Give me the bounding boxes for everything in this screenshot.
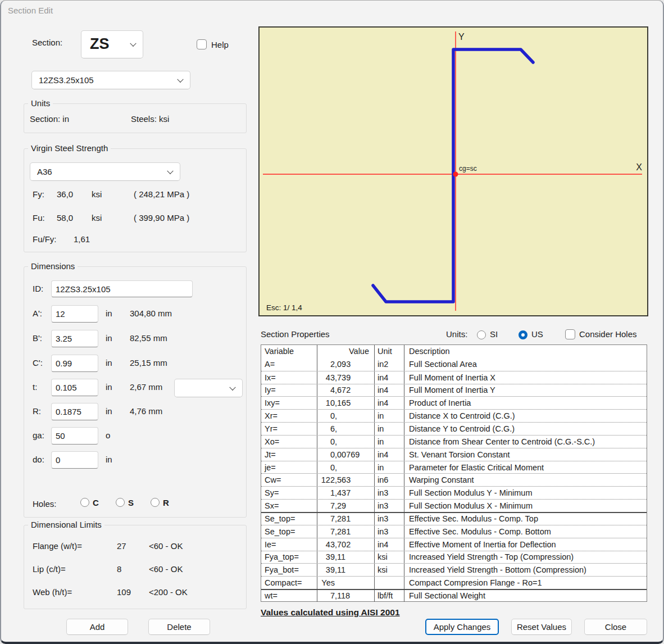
dimension-input[interactable] [51, 330, 98, 347]
cell-description: Distance X to Centroid (C.G.) [404, 410, 647, 422]
section-name-dropdown[interactable]: 12ZS3.25x105 [31, 71, 190, 89]
value-integer-part: 43 [320, 373, 335, 382]
cell-variable: wt= [261, 590, 317, 602]
cell-unit: in [375, 410, 404, 422]
cell-unit: in6 [375, 474, 404, 486]
cell-value: 0,00769 [317, 448, 375, 461]
cell-description: Full Section Modulus Y - Minimum [404, 487, 647, 499]
dimension-input[interactable] [51, 379, 98, 396]
value-integer-part: 4 [320, 386, 335, 394]
dimension-input[interactable] [51, 403, 98, 420]
value-integer-part: 122 [320, 475, 335, 484]
dimensions-group: Dimensions ID: Holes: A':in304,80 mmB':i… [24, 266, 247, 518]
table-row: Cw=122,563in6Warping Constant [261, 473, 647, 486]
add-button[interactable]: Add [66, 619, 128, 635]
holes-r-radio[interactable] [151, 498, 160, 507]
reset-values-button[interactable]: Reset Values [511, 619, 572, 635]
cell-description: Warping Constant [404, 474, 647, 486]
steel-row-value: 58,0 [57, 213, 73, 223]
cell-unit: ksi [375, 551, 404, 564]
cell-description: Full Moment of Inertia Y [404, 384, 647, 397]
x-axis-label: X [636, 162, 642, 172]
consider-holes-label: Consider Holes [579, 329, 637, 339]
cell-unit: in [375, 461, 404, 474]
cell-description: Full Sectional Area [404, 358, 647, 371]
section-type-dropdown[interactable]: ZS [81, 30, 143, 58]
dimension-label: R: [33, 406, 41, 416]
units-us-radio[interactable] [519, 330, 527, 339]
steel-group-title: Virgin Steel Strength [28, 143, 111, 153]
value-fraction-part: ,118 [335, 591, 350, 600]
dimension-unit: o [106, 430, 110, 440]
limit-label: Lip (c/t)= [33, 564, 66, 574]
dimension-metric: 304,80 mm [130, 309, 172, 318]
steel-strength-group: Virgin Steel Strength A36 Fu/Fy: 1,61 Fy… [24, 148, 247, 252]
units-us-label: US [531, 329, 543, 339]
dimension-input[interactable] [51, 305, 98, 323]
dimension-unit: in [106, 309, 112, 318]
cell-description: Effective Sec. Modulus - Comp. Top [404, 513, 647, 525]
value-fraction-part: ,281 [335, 527, 351, 536]
steel-grade-dropdown[interactable]: A36 [30, 162, 180, 181]
dimensions-group-title: Dimensions [28, 261, 78, 271]
limit-check: <60 - OK [149, 541, 183, 551]
cell-value: 7,281 [317, 513, 375, 525]
value-integer-part: 7 [320, 501, 335, 510]
value-fraction-part: ,672 [335, 386, 351, 394]
value-integer-part: 0 [320, 411, 335, 420]
close-button[interactable]: Close [584, 619, 647, 635]
column-header-variable: Variable [261, 345, 317, 358]
value-fraction-part: ,00769 [335, 450, 360, 459]
cell-value: 7,29 [317, 500, 375, 512]
dimension-unit: in [106, 406, 112, 416]
holes-c-radio[interactable] [80, 498, 89, 507]
cell-variable: Xr= [261, 410, 317, 422]
cell-unit: in4 [375, 448, 404, 461]
section-properties-table: Variable Value Unit Description A=2,093i… [261, 344, 647, 602]
cell-unit: in3 [375, 500, 404, 512]
table-header-row: Variable Value Unit Description [261, 345, 647, 358]
value-fraction-part: ,11 [335, 565, 345, 574]
value-fraction-part: ,437 [335, 488, 351, 497]
dimension-unit: in [106, 333, 112, 343]
cell-variable: Iy= [261, 384, 317, 397]
steel-row-metric: ( 399,90 MPa ) [134, 213, 189, 223]
delete-button[interactable]: Delete [148, 619, 210, 635]
cell-description: Product of Inertia [404, 397, 647, 409]
dimension-row: t:in2,67 mm [24, 379, 246, 397]
id-input[interactable] [51, 280, 193, 297]
value-integer-part: Yes [320, 578, 335, 587]
value-integer-part: 7 [320, 591, 335, 600]
limit-check: <200 - OK [149, 587, 188, 597]
cell-unit: in3 [375, 487, 404, 499]
limits-group-title: Dimensional Limits [28, 520, 104, 529]
cell-variable: Cw= [261, 474, 317, 486]
thickness-dropdown[interactable] [174, 379, 243, 397]
help-checkbox[interactable] [197, 39, 207, 49]
value-integer-part: 43 [320, 540, 335, 549]
cell-variable: Jt= [261, 448, 317, 461]
value-fraction-part: ,165 [335, 398, 351, 407]
apply-changes-button[interactable]: Apply Changes [425, 619, 499, 635]
holes-s-radio[interactable] [116, 498, 125, 507]
units-group-title: Units [28, 98, 53, 108]
section-drawing: Y X cg=sc Esc: 1/ 1,4 [260, 28, 647, 315]
value-integer-part: 0 [320, 463, 335, 472]
cell-unit: in4 [375, 384, 404, 397]
section-name-value: 12ZS3.25x105 [39, 75, 94, 85]
value-integer-part: 10 [320, 398, 335, 407]
value-integer-part: 1 [320, 488, 335, 497]
cell-variable: Ix= [261, 371, 317, 384]
ratio-value: 1,61 [74, 234, 90, 244]
dimension-label: B': [33, 333, 42, 343]
dimension-label: ga: [33, 430, 44, 440]
cell-value: 0, [317, 461, 375, 474]
dimension-input[interactable] [51, 427, 98, 445]
units-si-radio[interactable] [477, 330, 486, 339]
dimension-input[interactable] [51, 451, 98, 469]
dimension-input[interactable] [51, 355, 98, 372]
cell-value: 122,563 [317, 474, 375, 486]
units-section-text: Section: in [30, 114, 69, 124]
cell-value: Yes [317, 577, 375, 589]
consider-holes-checkbox[interactable] [565, 329, 575, 339]
